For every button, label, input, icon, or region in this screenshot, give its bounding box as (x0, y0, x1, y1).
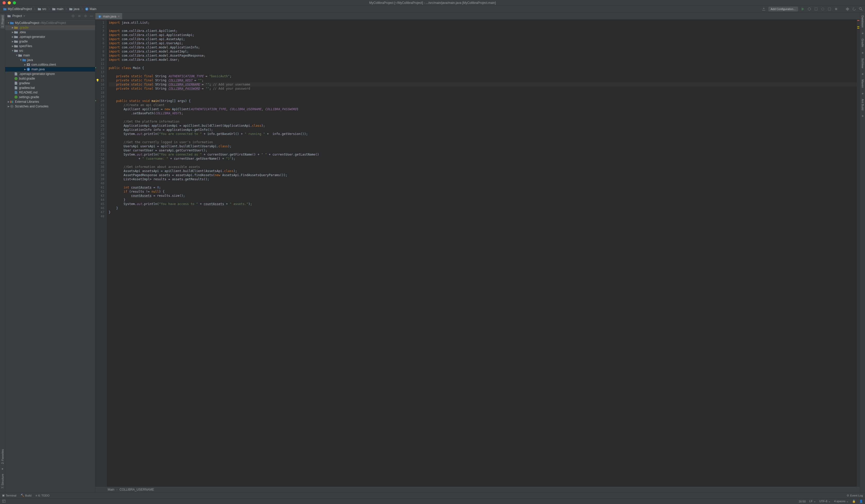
svg-point-9 (85, 15, 86, 16)
editor-tabs: J main.java × (95, 12, 860, 20)
collapse-icon[interactable] (78, 14, 81, 18)
build-icon[interactable] (762, 7, 766, 11)
editor-area: J main.java × 123456789101112131415💡1617… (95, 12, 860, 492)
tab-main-java[interactable]: J main.java × (95, 13, 122, 19)
left-tool-strip: 1: Project2: Favorites★7: Structure (0, 12, 5, 492)
tree-node-gradle[interactable]: ▶gradle (5, 39, 95, 44)
tree-node-com-collibra-client[interactable]: ▶com.collibra.client (5, 62, 95, 67)
update-icon[interactable] (852, 7, 856, 11)
tool-tab----structure[interactable]: 7: Structure (1, 473, 5, 490)
title-bar: MyCollibraProject [~/MyCollibraProject] … (0, 0, 865, 6)
svg-point-6 (859, 8, 861, 10)
tree-node-build-gradle[interactable]: build.gradle (5, 76, 95, 81)
line-column-indicator[interactable]: 16:50 (798, 500, 806, 503)
tree-node--gradle[interactable]: ▶.gradle (5, 25, 95, 30)
coverage-icon[interactable] (814, 7, 818, 11)
tool-tab-database[interactable]: Database (861, 14, 865, 28)
toolbar-right: Add Configuration... (762, 7, 863, 11)
svg-point-8 (73, 15, 74, 16)
svg-point-4 (821, 8, 824, 10)
indent-indicator[interactable]: 4 spaces ⌄ (834, 500, 849, 503)
tree-node-gradlew[interactable]: gradlew (5, 81, 95, 85)
bottom-tab-terminal[interactable]: ▣Terminal (2, 494, 16, 497)
hide-panel-icon[interactable]: — (90, 14, 93, 18)
zoom-window-button[interactable] (13, 1, 16, 4)
java-file-icon: J (98, 15, 102, 18)
svg-rect-5 (835, 8, 837, 10)
tree-node-specfiles[interactable]: ▶specFiles (5, 44, 95, 48)
project-sidebar: Project ▾ — ▼MyCollibraProject ~/MyColli… (5, 12, 95, 492)
encoding-indicator[interactable]: UTF-8 ⌄ (819, 500, 830, 503)
svg-point-11 (28, 64, 29, 65)
window-controls (0, 1, 16, 4)
tool-tab-ant-build[interactable]: Ant Build (861, 98, 865, 111)
tree-node-java[interactable]: ▼java (5, 58, 95, 62)
svg-text:J: J (99, 15, 100, 17)
tool-tab----favorites[interactable]: 2: Favorites (1, 448, 5, 465)
breadcrumb: MyCollibraProjectsrcmainjavaCMain (2, 7, 97, 11)
breadcrumb-src[interactable]: src (37, 7, 47, 11)
tool-tab-maven[interactable]: Maven (861, 78, 865, 89)
window-title: MyCollibraProject [~/MyCollibraProject] … (369, 1, 496, 5)
tree-node--openapi-generator[interactable]: ▶.openapi-generator (5, 35, 95, 39)
tool-windows-icon[interactable] (2, 499, 6, 503)
tool-tab-project[interactable]: 1: Project (1, 14, 5, 28)
readonly-lock-icon[interactable]: 🔒 (852, 500, 856, 503)
breadcrumb-main[interactable]: CMain (84, 7, 97, 11)
code-area[interactable]: import java.util.List; import com.collib… (107, 20, 857, 487)
project-title[interactable]: Project (12, 14, 22, 18)
inspection-indicator[interactable]: 👤 (859, 500, 863, 503)
search-icon[interactable] (859, 7, 863, 11)
status-bar: 16:50 LF ⌄ UTF-8 ⌄ 4 spaces ⌄ 🔒 👤 (0, 498, 865, 504)
tree-node-main-java[interactable]: ▶Jmain.java (5, 67, 95, 72)
tree-node-settings-gradle[interactable]: settings.gradle (5, 95, 95, 99)
svg-point-15 (14, 95, 18, 98)
add-configuration-button[interactable]: Add Configuration... (769, 7, 798, 11)
svg-text:J: J (28, 69, 29, 70)
bottom-tool-bar: ▣Terminal🔨Build≡6: TODO ⊙Event Log (0, 492, 865, 498)
attach-icon[interactable] (827, 7, 831, 11)
tree-node-main[interactable]: ▼main (5, 53, 95, 58)
profiler-icon[interactable] (821, 7, 825, 11)
tree-node-gradlew-bat[interactable]: gradlew.bat (5, 85, 95, 90)
stop-icon[interactable] (834, 7, 838, 11)
svg-rect-18 (12, 101, 13, 103)
tree-node-readme-md[interactable]: README.md (5, 90, 95, 95)
bottom-tab-build[interactable]: 🔨Build (21, 494, 32, 497)
svg-rect-16 (10, 101, 11, 103)
debug-icon[interactable] (807, 7, 811, 11)
breadcrumb-java[interactable]: java (68, 7, 80, 11)
target-icon[interactable] (71, 14, 75, 18)
status-left (2, 499, 6, 503)
tool-tab-sciview[interactable]: SciView (861, 57, 865, 69)
editor-viewport[interactable]: 123456789101112131415💡161718192021222324… (95, 20, 860, 487)
svg-point-14 (14, 77, 18, 80)
tree-node--openapi-generator-ignore[interactable]: .openapi-generator-ignore (5, 72, 95, 76)
crumb-member[interactable]: COLLIBRA_USERNAME (119, 488, 154, 491)
minimize-window-button[interactable] (8, 1, 11, 4)
navigation-bar: MyCollibraProjectsrcmainjavaCMain Add Co… (0, 6, 865, 12)
tree-node-src[interactable]: ▼src (5, 48, 95, 53)
git-icon[interactable] (845, 7, 850, 11)
tree-node-mycollibraproject[interactable]: ▼MyCollibraProject ~/MyCollibraProject (5, 21, 95, 25)
right-tool-strip: Database◈Gradle◈SciView◈Maven◈Ant Build◈ (860, 12, 865, 492)
svg-rect-3 (815, 8, 817, 10)
line-gutter[interactable]: 123456789101112131415💡161718192021222324… (95, 20, 107, 487)
crumb-class[interactable]: Main (108, 488, 114, 491)
run-icon[interactable] (800, 7, 805, 11)
close-window-button[interactable] (3, 1, 6, 4)
error-stripe[interactable] (857, 20, 860, 487)
breadcrumb-mycollibraproject[interactable]: MyCollibraProject (2, 7, 33, 11)
project-tree[interactable]: ▼MyCollibraProject ~/MyCollibraProject▶.… (5, 20, 95, 109)
tree-node--idea[interactable]: ▶.idea (5, 30, 95, 35)
breadcrumb-main[interactable]: main (51, 7, 65, 11)
tree-node-scratches-and-consoles[interactable]: ▶Scratches and Consoles (5, 104, 95, 109)
bottom-tab----todo[interactable]: ≡6: TODO (36, 494, 49, 497)
gear-icon[interactable] (84, 14, 87, 18)
event-log-button[interactable]: ⊙Event Log (847, 494, 863, 497)
project-header: Project ▾ — (5, 12, 95, 20)
tree-node-external-libraries[interactable]: ▶External Libraries (5, 99, 95, 104)
line-separator-indicator[interactable]: LF ⌄ (809, 500, 816, 503)
tool-tab-gradle[interactable]: Gradle (861, 38, 865, 48)
close-tab-icon[interactable]: × (118, 15, 119, 18)
